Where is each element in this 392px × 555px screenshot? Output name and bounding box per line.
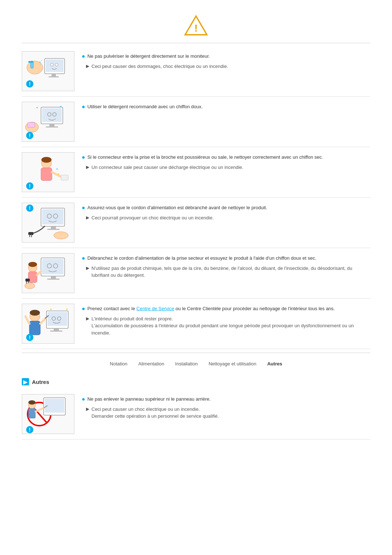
tab-autres[interactable]: Autres — [267, 360, 282, 367]
instruction-content-5: ● Débranchez le cordon d'alimentation de… — [82, 253, 370, 280]
tab-nettoyage[interactable]: Nettoyage et utilisation — [209, 360, 257, 367]
main-point-text: Utiliser le détergent recommandé avec un… — [87, 103, 203, 110]
svg-point-12 — [41, 60, 42, 61]
svg-rect-30 — [41, 168, 52, 181]
illus-service-center: ✦ ✦ ! — [25, 305, 72, 342]
instruction-image-autres-1: ! — [22, 394, 74, 434]
svg-rect-3 — [46, 60, 64, 72]
svg-rect-68 — [50, 331, 62, 332]
svg-rect-32 — [61, 175, 68, 180]
sub-point: ▶ Un connecteur sale peut causer une déc… — [86, 164, 370, 171]
svg-rect-21 — [46, 126, 58, 127]
svg-text:✦: ✦ — [56, 167, 58, 171]
main-point: ● Ne pas enlever le panneau supérieur ni… — [82, 396, 370, 403]
blue-dot-icon: ● — [82, 154, 85, 161]
instruction-content-1: ● Ne pas pulvériser le détergent directe… — [82, 51, 370, 71]
svg-rect-67 — [54, 328, 59, 331]
arrow-icon: ▶ — [86, 315, 89, 322]
svg-text:!: ! — [29, 427, 30, 433]
illus-connector-clean: ✦ ✦ ! — [25, 154, 72, 190]
svg-rect-5 — [49, 76, 59, 77]
blue-dot-icon: ● — [82, 103, 85, 110]
svg-text:!: ! — [194, 23, 197, 34]
top-divider — [22, 43, 370, 43]
blue-dot-icon: ● — [82, 204, 85, 211]
svg-line-58 — [37, 271, 41, 275]
svg-point-70 — [30, 310, 40, 316]
warning-triangle-icon: ! — [183, 15, 209, 36]
main-point-text-6: Prenez contact avec le Centre de Service… — [87, 305, 335, 312]
svg-text:!: ! — [29, 133, 30, 138]
warning-icon-container: ! — [22, 7, 370, 40]
svg-rect-42 — [47, 229, 60, 230]
svg-point-13 — [40, 64, 41, 65]
tab-alimentation[interactable]: Alimentation — [138, 360, 164, 367]
svg-rect-41 — [51, 226, 56, 229]
svg-rect-54 — [47, 279, 60, 280]
instruction-row: ● Débranchez le cordon d'alimentation de… — [22, 248, 370, 299]
tab-notation[interactable]: Notation — [110, 360, 127, 367]
main-point: ● Si le connecteur entre la prise et la … — [82, 154, 370, 161]
arrow-icon: ▶ — [86, 63, 89, 69]
instruction-image-6: ✦ ✦ ! — [22, 304, 74, 344]
svg-text:✦: ✦ — [57, 173, 60, 176]
svg-line-73 — [40, 318, 46, 324]
svg-rect-25 — [28, 122, 35, 127]
svg-text:!: ! — [29, 81, 30, 87]
sub-point-text: Ceci pourrait provoquer un choc électriq… — [91, 214, 214, 222]
tab-installation[interactable]: Installation — [175, 360, 198, 367]
illus-cloth-monitor: ✦ ✦ ! — [25, 104, 72, 140]
blue-dot-icon: ● — [82, 396, 85, 402]
arrow-icon: ▶ — [86, 214, 89, 221]
instruction-row: ✦ ✦ ! ● Si le connecteur entre la prise … — [22, 147, 370, 198]
sub-point: ▶ L'intérieur du produit doit rester pro… — [86, 315, 370, 337]
main-point-text: Si le connecteur entre la prise et la br… — [87, 154, 323, 161]
arrow-icon: ▶ — [86, 265, 89, 271]
sub-point-text: N'utilisez pas de produit chimique, tels… — [91, 265, 370, 279]
section-arrow-icon: ▶ — [22, 378, 29, 385]
svg-text:✦: ✦ — [49, 307, 52, 311]
instruction-content-6: ● Prenez contact avec le Centre de Servi… — [82, 304, 370, 338]
instruction-image-4: ! — [22, 203, 74, 243]
sub-point: ▶ Ceci peut causer des dommages, choc él… — [86, 63, 370, 70]
svg-text:✦: ✦ — [65, 307, 68, 311]
arrow-icon: ▶ — [86, 164, 89, 170]
instruction-content-2: ● Utiliser le détergent recommandé avec … — [82, 102, 370, 113]
instruction-image-2: ✦ ✦ ! — [22, 102, 74, 142]
svg-text:✦: ✦ — [36, 106, 38, 110]
instruction-content-autres-1: ● Ne pas enlever le panneau supérieur ni… — [82, 394, 370, 421]
instruction-row: ! ● Ne pas enlever le panneau supérieur … — [22, 389, 370, 439]
main-point-text: Ne pas pulvériser le détergent directeme… — [87, 53, 210, 60]
instruction-row: ! ● Ne pas pulvériser le détergent direc… — [22, 46, 370, 97]
blue-dot-icon: ● — [82, 305, 85, 312]
instruction-row: ✦ ✦ ! ● Prenez contact avec le Centre de… — [22, 299, 370, 349]
svg-point-11 — [39, 61, 41, 63]
instruction-row: ! ● Assurez-vous que le cordon d'aliment… — [22, 198, 370, 248]
main-point-text: Débranchez le cordon d'alimentation de l… — [87, 255, 317, 262]
svg-point-62 — [25, 283, 35, 289]
sub-point: ▶ Ceci peut causer un choc électrique ou… — [86, 406, 370, 420]
blue-dot-icon: ● — [82, 255, 85, 262]
sub-point: ▶ Ceci pourrait provoquer un choc électr… — [86, 214, 370, 222]
instruction-content-4: ● Assurez-vous que le cordon d'alimentat… — [82, 203, 370, 223]
main-point: ● Assurez-vous que le cordon d'alimentat… — [82, 204, 370, 211]
main-point: ● Prenez contact avec le Centre de Servi… — [82, 305, 370, 312]
section-title: Autres — [32, 379, 49, 385]
svg-rect-20 — [49, 124, 54, 126]
sub-point: ▶ N'utilisez pas de produit chimique, te… — [86, 265, 370, 279]
svg-rect-53 — [51, 276, 56, 279]
main-point-text: Assurez-vous que le cordon d'alimentatio… — [87, 204, 267, 211]
sub-point-text: Un connecteur sale peut causer une décha… — [91, 164, 243, 171]
blue-dot-icon: ● — [82, 53, 85, 60]
sub-point-text: Ceci peut causer un choc électrique ou u… — [91, 406, 219, 420]
svg-point-8 — [27, 61, 43, 74]
svg-point-46 — [54, 232, 68, 239]
sub-point-text: Ceci peut causer des dommages, choc élec… — [91, 63, 228, 70]
main-point-text: Ne pas enlever le panneau supérieur ni l… — [87, 396, 211, 403]
svg-rect-71 — [29, 321, 40, 335]
svg-text:!: ! — [29, 335, 30, 340]
svg-point-56 — [28, 262, 37, 267]
svg-rect-4 — [52, 74, 56, 76]
service-center-link[interactable]: Centre de Service — [136, 306, 174, 311]
svg-line-72 — [25, 316, 29, 324]
